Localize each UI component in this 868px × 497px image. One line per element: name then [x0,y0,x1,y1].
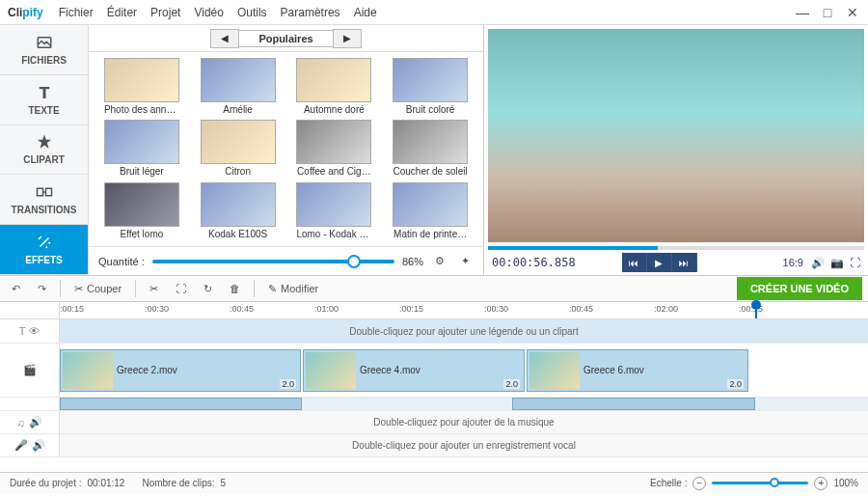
category-nav: ◀ Populaires ▶ [89,25,483,52]
sidebar-item-texte[interactable]: TEXTE [0,75,88,125]
effect-item[interactable]: Amélie [195,58,282,116]
menu-outils[interactable]: Outils [237,6,267,19]
menu-aide[interactable]: Aide [354,6,377,19]
zoom-slider[interactable] [712,482,808,484]
sidebar-label: TEXTE [28,105,59,116]
sidebar-item-fichiers[interactable]: FICHIERS [0,25,88,75]
effect-item[interactable]: Lomo - Kodak Film [291,182,378,240]
next-frame-button[interactable]: ⏭ [672,253,697,272]
effect-thumb [104,120,179,164]
effect-item[interactable]: Automne doré [291,58,378,116]
category-prev-button[interactable]: ◀ [210,29,239,48]
close-button[interactable]: ✕ [845,5,860,20]
effect-label: Effet lomo [120,229,163,239]
crop-button[interactable]: ⛶ [170,280,192,297]
effect-item[interactable]: Matin de printe… [387,182,474,240]
effect-item[interactable]: Photo des anné… [98,58,185,116]
sidebar-label: EFFETS [25,255,62,265]
effect-item[interactable]: Bruit léger [98,120,185,178]
aspect-ratio[interactable]: 16:9 [783,257,803,268]
playhead[interactable] [755,302,757,318]
quantity-value: 86% [402,256,423,267]
rotate-button[interactable]: ↻ [198,280,218,298]
effect-label: Lomo - Kodak Film [296,229,371,239]
create-video-button[interactable]: CRÉER UNE VIDÉO [737,277,862,300]
statusbar: Durée du projet : 00:01:12 Nombre de cli… [0,472,868,493]
svg-rect-2 [45,189,51,197]
clips-label: Nombre de clips: [142,478,214,488]
video-track-icon: 🎬 [23,364,37,376]
wand-icon[interactable]: ✦ [456,253,474,270]
mute-icon[interactable]: 🔊 [29,416,42,428]
category-label[interactable]: Populaires [239,30,332,47]
effect-thumb [393,58,468,102]
effect-label: Automne doré [304,104,365,115]
menu-video[interactable]: Vidéo [194,6,223,19]
sidebar-item-transitions[interactable]: TRANSITIONS [0,175,88,225]
visibility-icon[interactable]: 👁 [29,325,40,337]
sidebar-item-clipart[interactable]: CLIPART [0,125,88,176]
clip-duration: 2.0 [503,379,520,389]
effect-label: Photo des anné… [104,104,179,115]
sidebar-label: TRANSITIONS [12,205,77,215]
fullscreen-icon[interactable]: ⛶ [850,257,860,269]
edit-button[interactable]: ✎ Modifier [262,280,324,298]
effect-item[interactable]: Bruit coloré [387,58,474,116]
cut-button[interactable]: ✂ Couper [68,280,127,298]
menu-parametres[interactable]: Paramètres [281,6,340,19]
effect-item[interactable]: Effet lomo [98,182,185,240]
track-music: ♫🔊 Double-cliquez pour ajouter de la mus… [0,411,868,434]
video-clip[interactable]: Greece 2.mov2.0 [60,349,301,392]
effect-thumb [104,182,179,227]
quantity-slider[interactable] [152,260,394,263]
menu-projet[interactable]: Projet [150,6,180,19]
image-icon [36,34,53,51]
clips-value: 5 [220,478,226,488]
effect-thumb [201,182,276,227]
category-next-button[interactable]: ▶ [333,29,362,48]
effect-item[interactable]: Coucher de soleil [387,120,474,178]
undo-button[interactable]: ↶ [6,280,26,298]
settings-icon[interactable]: ⚙ [431,253,448,270]
redo-button[interactable]: ↷ [32,280,52,298]
video-clip[interactable]: Greece 6.mov2.0 [527,349,748,392]
delete-button[interactable]: 🗑 [224,280,246,297]
clip-duration: 2.0 [280,379,296,389]
clip-thumb [529,352,580,389]
timeline-ruler[interactable]: :00:15:00:30:00:45:01:00:00:15:00:30:00:… [0,302,868,319]
quantity-row: Quantité : 86% ⚙ ✦ [89,246,483,275]
effect-item[interactable]: Kodak E100S [195,182,282,240]
zoom-in-button[interactable]: + [814,477,827,490]
preview-video[interactable] [488,29,864,242]
split-button[interactable]: ✂ [144,280,164,298]
maximize-button[interactable]: □ [820,5,835,20]
minimize-button[interactable]: ― [795,5,810,20]
magic-wand-icon [36,234,53,251]
effect-item[interactable]: Coffee and Cig… [291,120,378,178]
sidebar: FICHIERS TEXTE CLIPART TRANSITIONS EFFET… [0,25,89,275]
prev-frame-button[interactable]: ⏮ [622,253,647,272]
tracks: T👁 Double-cliquez pour ajouter une légen… [0,319,868,472]
sidebar-item-effets[interactable]: EFFETS [0,225,88,275]
effect-label: Amélie [223,104,253,115]
ruler-tick: :00:15 [60,304,84,314]
effect-label: Bruit léger [120,166,164,177]
ruler-tick: :00:15 [399,304,423,314]
menu-editer[interactable]: Éditer [107,6,137,19]
mute-icon[interactable]: 🔊 [32,439,45,452]
video-clip[interactable]: Greece 4.mov2.0 [303,349,525,392]
svg-rect-1 [37,189,42,197]
volume-icon[interactable]: 🔊 [811,257,825,269]
zoom-out-button[interactable]: − [692,477,706,490]
ruler-tick: :00:30 [145,304,169,314]
snapshot-icon[interactable]: 📷 [830,257,844,269]
clip-duration: 2.0 [727,379,744,389]
effect-item[interactable]: Citron [195,120,282,178]
transition-icon [36,183,53,201]
menu-fichier[interactable]: Fichier [59,6,94,19]
music-placeholder: Double-cliquez pour ajouter de la musiqu… [60,411,868,433]
effect-label: Bruit coloré [406,104,455,115]
play-button[interactable]: ▶ [647,253,672,272]
titlebar: Clipify Fichier Éditer Projet Vidéo Outi… [0,0,868,25]
duration-value: 00:01:12 [88,478,125,488]
